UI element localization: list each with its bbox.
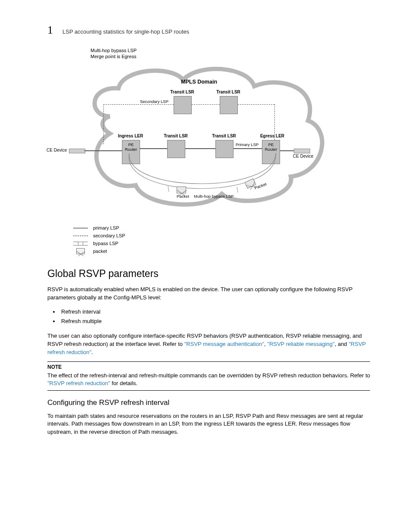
primary-lsp-line-3 <box>234 148 262 149</box>
rsvp-intro-paragraph: RSVP is automatically enabled when MPLS … <box>47 286 370 302</box>
mpls-diagram: Multi-hop bypass LSP Merge point is Egre… <box>39 52 353 215</box>
secondary-lsp-vline-right <box>274 104 275 144</box>
svg-line-1 <box>237 187 238 193</box>
top-transit-lsr-2 <box>220 96 238 114</box>
egress-ler-label: Egress LER <box>257 134 287 138</box>
primary-lsp-label: Primary LSP <box>236 142 258 147</box>
legend-packet-label: packet <box>93 249 107 254</box>
ce-left-box <box>69 149 85 153</box>
ce-left-label: CE Device <box>47 148 67 152</box>
top-transit-lsr-1 <box>174 96 192 114</box>
mid-transit-lsr-1-label: Transit LSR <box>161 134 191 138</box>
link-note-refresh-reduction[interactable]: "RSVP refresh reduction" <box>47 380 110 386</box>
section-heading-global-rsvp: Global RSVP parameters <box>47 268 370 280</box>
rsvp-if-text-d: . <box>91 349 93 355</box>
legend-primary-label: primary LSP <box>93 225 119 230</box>
legend-secondary-label: secondary LSP <box>93 233 125 238</box>
legend-primary: primary LSP <box>73 224 370 232</box>
secondary-lsp-line-3 <box>238 104 274 105</box>
legend-bypass-swatch <box>73 242 88 246</box>
rsvp-interface-paragraph: The user can also optionally configure i… <box>47 332 370 357</box>
legend-bypass-label: bypass LSP <box>93 241 118 246</box>
bypass-lsp-label: Multi-hop bypass LSP <box>194 194 234 199</box>
secondary-lsp-line-1 <box>103 104 174 105</box>
top-transit-lsr-1-label: Transit LSR <box>167 90 197 94</box>
note-head: NOTE <box>47 364 370 371</box>
figure-wrap: Multi-hop bypass LSP Merge point is Egre… <box>47 52 370 255</box>
note-body-a: The effect of the refresh-interval and r… <box>47 372 370 379</box>
rsvp-if-text-c: , and <box>335 341 349 347</box>
link-rsvp-auth[interactable]: "RSVP message authentication" <box>184 341 264 347</box>
page: 1 LSP accounting statistics for single-h… <box>0 0 411 532</box>
legend-packet: packet <box>73 247 370 255</box>
legend-primary-swatch <box>73 228 88 228</box>
mid-transit-lsr-2-label: Transit LSR <box>209 134 239 138</box>
mpls-domain-label: MPLS Domain <box>181 79 217 85</box>
secondary-lsp-label: Secondary LSP <box>140 99 168 104</box>
legend-secondary-swatch <box>73 236 88 236</box>
primary-lsp-line-2 <box>185 148 215 149</box>
packet-icon-1 <box>177 187 186 193</box>
rsvp-param-refresh-multiple: Refresh multiple <box>59 317 370 326</box>
figure-legend: primary LSP secondary LSP bypass LSP pac… <box>73 224 370 255</box>
rsvp-param-refresh-interval: Refresh interval <box>59 307 370 317</box>
legend-secondary: secondary LSP <box>73 232 370 240</box>
subsection-heading-refresh-interval: Configuring the RSVP refresh interval <box>47 398 370 407</box>
secondary-lsp-line-2 <box>192 104 220 105</box>
primary-lsp-line-1 <box>140 148 167 149</box>
rsvp-param-list: Refresh interval Refresh multiple <box>47 307 370 326</box>
chapter-number: 1 <box>47 24 53 37</box>
note-body-b: for details. <box>110 380 138 386</box>
packet-label-1: Packet <box>177 194 189 199</box>
caption-line-2: Merge point is Egress <box>90 54 136 59</box>
legend-bypass: bypass LSP <box>73 240 370 247</box>
ingress-ler-label: Ingress LER <box>115 134 146 138</box>
link-rsvp-reliable[interactable]: "RSVP reliable messaging" <box>267 341 334 347</box>
note-block: NOTE The effect of the refresh-interval … <box>47 361 370 390</box>
secondary-lsp-vline-left <box>103 104 104 144</box>
legend-packet-swatch <box>73 248 88 254</box>
page-header: 1 LSP accounting statistics for single-h… <box>47 24 370 37</box>
top-transit-lsr-2-label: Transit LSR <box>213 90 243 94</box>
svg-line-0 <box>168 186 169 192</box>
running-header-title: LSP accounting statistics for single-hop… <box>62 28 189 35</box>
refresh-interval-paragraph: To maintain path states and resource res… <box>47 412 370 437</box>
figure-caption: Multi-hop bypass LSP Merge point is Egre… <box>90 47 137 60</box>
caption-line-1: Multi-hop bypass LSP <box>90 48 137 53</box>
